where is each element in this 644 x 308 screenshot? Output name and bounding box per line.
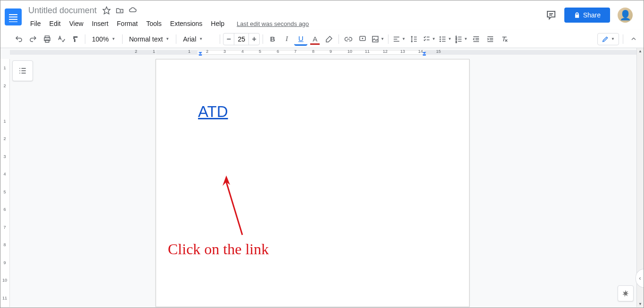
chevron-down-icon: ▼ [611,37,615,41]
document-page[interactable]: ATD [156,59,470,307]
hyperlink-text[interactable]: ATD [198,103,228,120]
line-spacing-button[interactable] [407,33,421,46]
explore-button[interactable] [618,285,634,301]
comments-icon[interactable] [545,9,557,21]
font-size-increase[interactable]: + [249,33,259,45]
svg-rect-32 [199,54,202,56]
right-indent-marker[interactable] [422,52,427,56]
share-label: Share [583,11,601,19]
share-button[interactable]: Share [564,8,610,23]
menu-insert[interactable]: Insert [88,18,112,29]
vertical-ruler[interactable]: 1 2 1 2 3 4 5 6 7 8 9 10 11 [0,59,10,307]
text-color-button[interactable]: A [308,33,322,46]
svg-marker-31 [198,52,202,54]
svg-point-13 [439,41,441,42]
pencil-icon [602,35,609,43]
svg-rect-7 [372,36,378,42]
zoom-select[interactable]: 100% ▼ [88,33,119,46]
svg-rect-15 [442,39,446,40]
svg-marker-33 [422,52,426,54]
svg-rect-14 [442,36,446,37]
outline-button[interactable] [12,60,33,81]
redo-button[interactable] [26,33,40,46]
last-edit-link[interactable]: Last edit was seconds ago [237,20,309,27]
cloud-icon[interactable] [129,6,137,15]
svg-text:3: 3 [455,40,457,43]
menu-view[interactable]: View [66,18,87,29]
font-select[interactable]: Arial ▼ [179,33,217,46]
lock-icon [574,12,580,18]
indent-button[interactable] [484,33,497,46]
svg-point-11 [439,36,441,38]
svg-rect-16 [442,41,446,42]
undo-button[interactable] [12,33,25,46]
menu-edit[interactable]: Edit [46,18,65,29]
image-button[interactable]: ▼ [370,33,385,46]
menu-extensions[interactable]: Extensions [166,18,206,29]
bullet-list-button[interactable]: ▼ [438,33,453,46]
horizontal-ruler[interactable]: 2 1 1 2 3 4 5 6 7 8 9 10 11 12 13 14 15 [0,48,636,59]
svg-rect-34 [423,54,426,56]
spellcheck-button[interactable] [55,33,68,46]
numbered-list-button[interactable]: 123▼ [454,33,469,46]
comment-button[interactable] [356,33,369,46]
menu-tools[interactable]: Tools [142,18,165,29]
left-indent-marker[interactable] [198,52,203,56]
style-value: Normal text [129,35,163,43]
align-button[interactable]: ▼ [391,33,406,46]
star-icon[interactable] [102,6,111,15]
docs-logo-icon[interactable] [5,8,22,25]
svg-point-12 [439,38,441,40]
clear-format-button[interactable] [498,33,511,46]
styles-select[interactable]: Normal text ▼ [125,33,173,46]
font-size-input[interactable] [234,33,249,45]
menu-help[interactable]: Help [207,18,228,29]
outdent-button[interactable] [470,33,483,46]
checklist-button[interactable]: ▼ [421,33,437,46]
document-title[interactable]: Untitled document [26,5,99,17]
zoom-value: 100% [92,35,109,43]
avatar[interactable]: 👤 [618,8,633,23]
link-button[interactable] [342,33,355,46]
vertical-scrollbar[interactable] [636,48,644,307]
hide-menus-button[interactable] [627,33,640,46]
editing-mode-button[interactable]: ▼ [597,33,619,45]
chevron-down-icon: ▼ [165,37,169,41]
chevron-down-icon: ▼ [199,37,203,41]
underline-button[interactable]: U [294,33,307,46]
italic-button[interactable]: I [280,33,293,46]
font-value: Arial [183,35,196,43]
highlight-button[interactable] [322,33,336,46]
move-icon[interactable] [116,6,124,15]
chevron-down-icon: ▼ [112,37,116,41]
menu-format[interactable]: Format [113,18,141,29]
menu-file[interactable]: File [26,18,45,29]
paint-format-button[interactable] [69,33,82,46]
print-button[interactable] [41,33,54,46]
font-size-decrease[interactable]: − [223,33,234,45]
svg-marker-0 [103,7,110,14]
bold-button[interactable]: B [266,33,279,46]
